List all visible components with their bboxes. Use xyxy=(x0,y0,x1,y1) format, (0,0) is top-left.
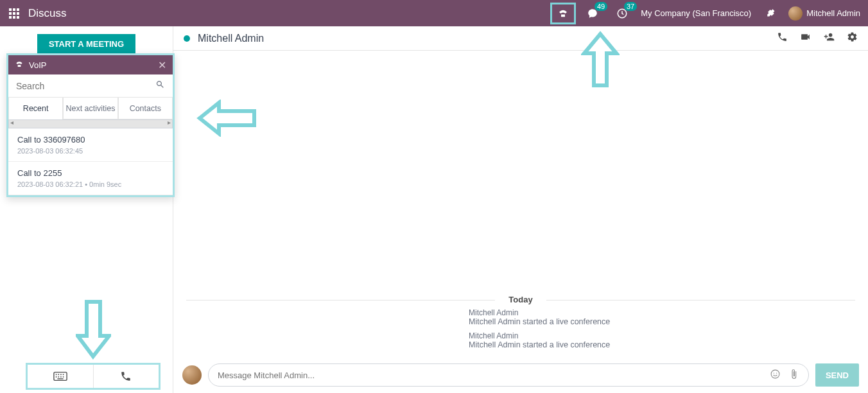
app-title: Discuss xyxy=(28,7,67,20)
messages-badge: 49 xyxy=(595,2,607,11)
voip-phone-icon xyxy=(15,60,24,70)
presence-dot xyxy=(184,35,190,42)
close-icon[interactable]: ✕ xyxy=(158,59,166,71)
svg-point-2 xyxy=(771,370,779,378)
svg-point-13 xyxy=(60,376,62,378)
voip-call-sub: 2023-08-03 06:32:45 xyxy=(17,147,164,155)
svg-point-8 xyxy=(58,374,59,375)
chat-header: Mitchell Admin xyxy=(173,26,868,51)
call-icon[interactable] xyxy=(777,31,788,45)
voip-panel: VoIP ✕ Recent Next activities Contacts C… xyxy=(6,53,175,197)
debug-icon[interactable] xyxy=(759,4,781,22)
dial-button[interactable] xyxy=(94,365,159,388)
voip-search-input[interactable] xyxy=(16,81,155,91)
voip-topbar-icon[interactable] xyxy=(552,4,574,22)
svg-point-9 xyxy=(60,374,62,375)
annotation-arrow-left xyxy=(196,100,257,139)
message-block: Mitchell Admin Mitchell Admin started a … xyxy=(186,331,855,349)
annotation-arrow-up xyxy=(581,31,620,91)
message-author: Mitchell Admin xyxy=(469,331,855,340)
emoji-icon[interactable] xyxy=(770,369,781,382)
user-name: Mitchell Admin xyxy=(806,8,860,18)
search-icon[interactable] xyxy=(155,80,165,92)
voip-call-sub: 2023-08-03 06:32:21 • 0min 9sec xyxy=(17,180,164,188)
svg-point-7 xyxy=(55,374,56,375)
svg-point-11 xyxy=(55,376,56,378)
voip-bottom-controls xyxy=(26,363,161,390)
activities-badge: 37 xyxy=(624,2,637,11)
svg-point-14 xyxy=(62,376,64,378)
gear-icon[interactable] xyxy=(847,31,858,45)
avatar xyxy=(788,6,803,21)
add-user-icon[interactable] xyxy=(823,31,835,45)
svg-rect-0 xyxy=(561,14,565,17)
svg-point-4 xyxy=(776,372,777,373)
keypad-button[interactable] xyxy=(28,365,94,388)
message-block: Mitchell Admin Mitchell Admin started a … xyxy=(186,308,855,326)
activities-icon[interactable]: 37 xyxy=(611,4,633,22)
tab-contacts[interactable]: Contacts xyxy=(118,98,173,119)
chat-compose: SEND xyxy=(173,357,868,393)
chat-body: Today Mitchell Admin Mitchell Admin star… xyxy=(173,51,868,357)
voip-title: VoIP xyxy=(29,60,46,70)
voip-tabs: Recent Next activities Contacts xyxy=(8,98,173,119)
apps-menu-icon[interactable] xyxy=(8,7,21,20)
voip-call-item[interactable]: Call to 2255 2023-08-03 06:32:21 • 0min … xyxy=(8,162,173,195)
video-icon[interactable] xyxy=(799,31,812,45)
voip-header[interactable]: VoIP ✕ xyxy=(8,55,173,74)
message-text: Mitchell Admin started a live conference xyxy=(469,317,855,326)
svg-point-3 xyxy=(774,372,774,373)
start-meeting-button[interactable]: START A MEETING xyxy=(37,34,135,54)
messages-icon[interactable]: 49 xyxy=(582,4,603,22)
chat-title: Mitchell Admin xyxy=(198,33,264,44)
svg-point-12 xyxy=(58,376,59,378)
svg-point-10 xyxy=(62,374,64,375)
top-navbar: Discuss 49 37 My Company (San Francisco)… xyxy=(0,0,868,26)
svg-rect-5 xyxy=(18,65,21,67)
voip-call-title: Call to 336097680 xyxy=(17,135,164,144)
message-text: Mitchell Admin started a live conference xyxy=(469,340,855,349)
message-input[interactable] xyxy=(218,371,770,380)
voip-search xyxy=(8,74,173,98)
date-separator: Today xyxy=(186,295,855,304)
avatar xyxy=(182,365,202,385)
message-author: Mitchell Admin xyxy=(469,308,855,317)
tab-next-activities[interactable]: Next activities xyxy=(63,98,117,119)
tab-recent[interactable]: Recent xyxy=(8,98,63,119)
voip-scroll-strip[interactable] xyxy=(8,119,173,128)
company-selector[interactable]: My Company (San Francisco) xyxy=(641,8,751,18)
voip-call-item[interactable]: Call to 336097680 2023-08-03 06:32:45 xyxy=(8,128,173,162)
voip-call-list: Call to 336097680 2023-08-03 06:32:45 Ca… xyxy=(8,128,173,195)
send-button[interactable]: SEND xyxy=(815,363,859,387)
user-menu[interactable]: Mitchell Admin xyxy=(788,6,860,21)
annotation-arrow-down xyxy=(76,299,111,362)
svg-rect-15 xyxy=(57,378,63,379)
voip-call-title: Call to 2255 xyxy=(17,168,164,178)
attachment-icon[interactable] xyxy=(788,369,799,382)
